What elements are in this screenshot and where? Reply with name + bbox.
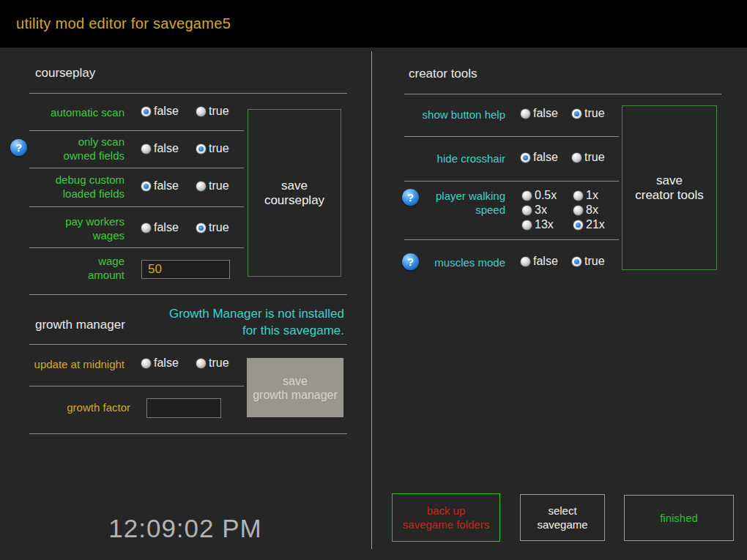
separator [404, 239, 619, 240]
radio-label[interactable]: false [154, 141, 179, 156]
finished-button[interactable]: finished [624, 495, 734, 541]
radio-label[interactable]: true [209, 104, 229, 119]
separator [29, 294, 347, 295]
title-bar: utility mod editor for savegame5 [0, 0, 747, 48]
separator [29, 344, 347, 345]
muscles-mode-false-radio[interactable] [520, 256, 531, 267]
automatic-scan-true-radio[interactable] [196, 106, 207, 117]
radio-label[interactable]: true [584, 106, 605, 121]
update-midnight-true-radio[interactable] [196, 358, 207, 369]
courseplay-heading: courseplay [35, 66, 95, 81]
separator [404, 181, 619, 182]
growth-factor-input[interactable] [146, 398, 221, 418]
radio-label[interactable]: false [533, 254, 558, 269]
creator-tools-heading: creator tools [409, 67, 477, 81]
update-at-midnight-label: update at midnight [15, 357, 124, 371]
speed-13x-radio[interactable] [521, 220, 532, 231]
pay-wages-true-radio[interactable] [196, 223, 207, 234]
muscles-mode-label: muscles mode [395, 255, 505, 269]
speed-8x-radio[interactable] [573, 205, 584, 216]
radio-label[interactable]: 0.5x [535, 188, 557, 203]
backup-savegame-folders-button[interactable]: back up savegame folders [392, 493, 500, 542]
save-creator-tools-button[interactable]: save creator tools [622, 105, 717, 270]
radio-label[interactable]: true [209, 220, 229, 235]
growth-manager-heading: growth manager [35, 318, 125, 332]
radio-label[interactable]: false [154, 220, 179, 235]
column-divider [371, 51, 372, 549]
speed-21x-radio[interactable] [573, 220, 584, 231]
growth-factor-label: growth factor [21, 400, 130, 414]
window-title: utility mod editor for savegame5 [16, 0, 231, 47]
pay-workers-wages-label: pay workers wages [15, 214, 124, 242]
show-button-help-true-radio[interactable] [571, 108, 582, 119]
radio-label[interactable]: true [584, 150, 605, 165]
radio-label[interactable]: 21x [586, 217, 605, 232]
clock: 12:09:02 PM [73, 514, 297, 543]
pay-wages-false-radio[interactable] [141, 223, 152, 234]
only-scan-false-radio[interactable] [141, 143, 152, 154]
show-button-help-label: show button help [395, 108, 505, 122]
radio-label[interactable]: false [154, 356, 179, 370]
debug-fields-false-radio[interactable] [141, 181, 152, 192]
separator [29, 206, 244, 207]
separator [29, 386, 244, 387]
radio-label[interactable]: false [533, 150, 558, 165]
radio-label[interactable]: 1x [586, 188, 598, 203]
show-button-help-false-radio[interactable] [520, 108, 531, 119]
separator [29, 433, 347, 434]
save-courseplay-button[interactable]: save courseplay [248, 109, 341, 277]
separator [29, 130, 244, 131]
only-scan-true-radio[interactable] [196, 143, 207, 154]
wage-amount-input[interactable] [141, 260, 230, 279]
speed-0-5x-radio[interactable] [521, 190, 532, 201]
hide-crosshair-false-radio[interactable] [520, 152, 531, 163]
separator [404, 136, 619, 137]
select-savegame-button[interactable]: select savegame [520, 494, 605, 541]
automatic-scan-false-radio[interactable] [141, 106, 152, 117]
update-midnight-false-radio[interactable] [141, 358, 152, 369]
growth-manager-notice: Growth Manager is not installed for this… [128, 305, 344, 339]
separator [29, 168, 244, 168]
radio-label[interactable]: false [533, 106, 558, 121]
only-scan-owned-fields-label: only scan owned fields [15, 135, 124, 163]
radio-label[interactable]: 13x [535, 217, 554, 232]
hide-crosshair-label: hide crosshair [395, 152, 505, 165]
hide-crosshair-true-radio[interactable] [571, 152, 582, 163]
radio-label[interactable]: true [209, 141, 229, 156]
radio-label[interactable]: true [209, 356, 229, 370]
separator [29, 247, 244, 248]
radio-label[interactable]: false [154, 104, 179, 119]
radio-label[interactable]: 3x [535, 203, 547, 217]
speed-1x-radio[interactable] [573, 190, 584, 201]
radio-label[interactable]: true [209, 179, 229, 193]
wage-amount-label: wage amount [15, 254, 124, 282]
muscles-mode-true-radio[interactable] [571, 256, 582, 267]
speed-3x-radio[interactable] [521, 205, 532, 216]
automatic-scan-label: automatic scan [15, 105, 124, 119]
radio-label[interactable]: false [154, 179, 179, 193]
radio-label[interactable]: true [584, 254, 605, 269]
radio-label[interactable]: 8x [586, 203, 598, 217]
debug-custom-loaded-fields-label: debug custom loaded fields [15, 173, 124, 201]
separator [29, 93, 347, 94]
debug-fields-true-radio[interactable] [196, 181, 207, 192]
save-growth-manager-button: save growth manager [247, 358, 343, 417]
player-walking-speed-label: player walking speed [395, 189, 505, 217]
separator [404, 94, 721, 94]
